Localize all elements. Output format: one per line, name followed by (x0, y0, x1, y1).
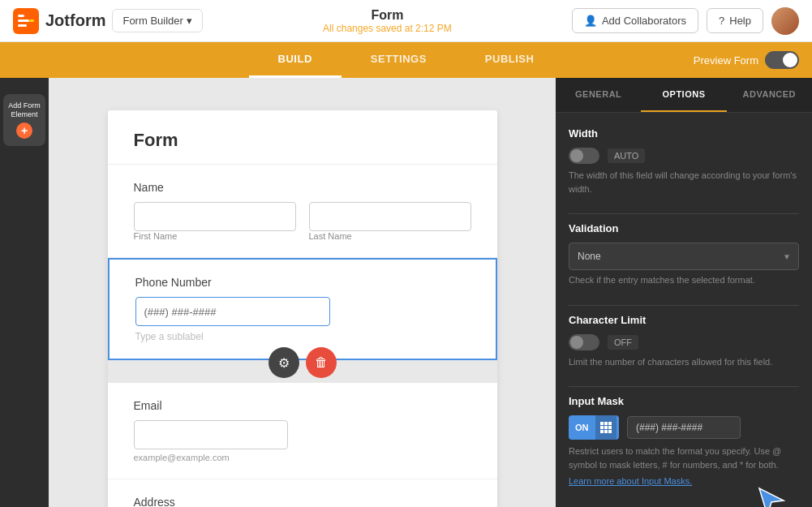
tab-settings[interactable]: SETTINGS (342, 42, 456, 78)
settings-button[interactable]: ⚙ (269, 347, 299, 378)
jotform-logo-icon (13, 8, 39, 34)
name-field-section: Name First Name Last Name (108, 165, 497, 258)
width-section-title: Width (569, 127, 799, 140)
form-builder-button[interactable]: Form Builder ▾ (112, 9, 202, 32)
input-mask-title: Input Mask (569, 395, 799, 407)
right-panel-content: Width AUTO The width of this field will … (556, 113, 812, 507)
mask-on-label: ON (569, 423, 595, 432)
right-panel: GENERAL OPTIONS ADVANCED Width AUTO The … (556, 78, 812, 507)
phone-field-label: Phone Number (135, 276, 470, 289)
saved-status: All changes saved at 2:12 PM (323, 23, 452, 34)
char-limit-toggle[interactable] (569, 334, 599, 350)
phone-sublabel-input[interactable]: Type a sublabel (135, 331, 470, 342)
phone-field-section[interactable]: Phone Number Type a sublabel ⚙ 🗑 (108, 258, 497, 360)
help-button[interactable]: ? Help (707, 8, 763, 33)
validation-select[interactable]: None (569, 243, 799, 270)
first-name-input[interactable] (134, 202, 296, 231)
svg-rect-8 (600, 426, 604, 429)
top-header: Jotform Form Builder ▾ Form All changes … (0, 0, 812, 42)
email-field-label: Email (134, 399, 471, 412)
input-mask-section: Input Mask ON (569, 395, 799, 488)
preview-toggle[interactable] (765, 51, 799, 69)
delete-button[interactable]: 🗑 (306, 347, 337, 378)
char-limit-toggle-knob (570, 336, 583, 349)
tab-general[interactable]: GENERAL (556, 78, 641, 112)
first-name-sublabel: First Name (134, 231, 296, 241)
tab-build-label: BUILD (278, 53, 312, 65)
tab-options[interactable]: OPTIONS (641, 78, 726, 112)
tab-advanced[interactable]: ADVANCED (727, 78, 812, 112)
svg-rect-12 (604, 430, 608, 433)
char-limit-off-label: OFF (608, 335, 638, 350)
divider-1 (569, 213, 799, 214)
width-description: The width of this field will change acco… (569, 169, 799, 195)
input-mask-value[interactable] (627, 416, 741, 439)
left-sidebar: Add Form Element + (0, 78, 49, 507)
svg-rect-10 (608, 426, 612, 429)
divider-2 (569, 305, 799, 306)
width-auto-label: AUTO (608, 148, 645, 163)
svg-rect-1 (18, 15, 24, 17)
input-mask-toggle[interactable]: ON (569, 415, 619, 440)
form-card: Form Name First Name Last Name (108, 110, 497, 507)
tab-general-label: GENERAL (575, 89, 621, 99)
form-header: Form (108, 110, 497, 165)
email-field-section: Email example@example.com (108, 383, 497, 479)
right-panel-tabs: GENERAL OPTIONS ADVANCED (556, 78, 812, 113)
form-builder-chevron-icon: ▾ (187, 15, 192, 27)
validation-title: Validation (569, 222, 799, 234)
action-buttons: ⚙ 🗑 (269, 347, 337, 378)
add-collaborators-label: Add Collaborators (602, 15, 686, 27)
main-layout: Add Form Element + Form Name (0, 78, 812, 507)
form-builder-label: Form Builder (122, 15, 183, 27)
width-toggle[interactable] (569, 148, 599, 164)
last-name-input[interactable] (309, 202, 471, 231)
divider-3 (569, 386, 799, 387)
phone-number-input[interactable] (135, 297, 330, 326)
svg-rect-4 (29, 19, 34, 22)
add-collaborators-button[interactable]: 👤 Add Collaborators (572, 8, 698, 33)
address-field-label: Address (134, 496, 471, 507)
width-toggle-knob (570, 149, 583, 162)
validation-description: Check if the entry matches the selected … (569, 273, 799, 287)
help-label: Help (729, 15, 751, 27)
email-input[interactable] (134, 420, 288, 449)
input-mask-link[interactable]: Learn more about Input Masks. (569, 476, 692, 486)
last-name-sublabel: Last Name (309, 231, 471, 241)
tab-settings-label: SETTINGS (371, 53, 427, 65)
svg-marker-14 (759, 488, 784, 507)
name-field-row (134, 202, 471, 231)
header-center: Form All changes saved at 2:12 PM (323, 8, 452, 34)
preview-form-area: Preview Form (694, 51, 799, 69)
name-sublabels: First Name Last Name (134, 231, 471, 241)
svg-rect-13 (608, 430, 612, 433)
width-panel-row: AUTO (569, 148, 799, 164)
svg-rect-7 (608, 422, 612, 425)
width-section: Width AUTO The width of this field will … (569, 127, 799, 195)
avatar-image (771, 7, 799, 35)
char-limit-row: OFF (569, 334, 799, 350)
svg-rect-11 (600, 430, 604, 433)
header-right: 👤 Add Collaborators ? Help (572, 7, 799, 35)
help-icon: ? (719, 15, 724, 27)
logo-text: Jotform (45, 11, 105, 30)
nav-bar: BUILD SETTINGS PUBLISH Preview Form (0, 42, 812, 78)
svg-rect-6 (604, 422, 608, 425)
avatar[interactable] (771, 7, 799, 35)
address-field-section: Address (108, 479, 497, 507)
svg-rect-3 (18, 24, 27, 27)
form-canvas: Form Name First Name Last Name (49, 78, 556, 507)
name-field-label: Name (134, 181, 471, 194)
tab-publish[interactable]: PUBLISH (456, 42, 564, 78)
validation-section: Validation None ▼ Check if the entry mat… (569, 222, 799, 287)
tab-advanced-label: ADVANCED (743, 89, 797, 99)
tab-build[interactable]: BUILD (249, 42, 342, 78)
logo-area: Jotform Form Builder ▾ (13, 8, 203, 34)
preview-form-label: Preview Form (694, 54, 758, 67)
character-limit-description: Limit the number of characters allowed f… (569, 355, 799, 369)
email-sublabel: example@example.com (134, 453, 471, 462)
add-form-element-button[interactable]: Add Form Element + (3, 94, 45, 146)
tab-options-label: OPTIONS (662, 89, 705, 99)
mask-grid-icon (595, 415, 617, 440)
character-limit-title: Character Limit (569, 314, 799, 326)
